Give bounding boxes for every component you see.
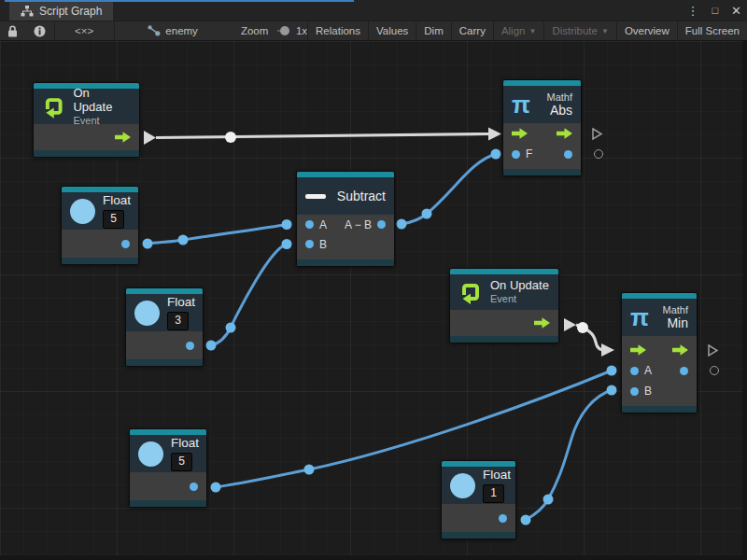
node-header: On Update Event xyxy=(450,274,558,310)
value-output-port[interactable] xyxy=(564,150,572,159)
node-subtitle: Event xyxy=(490,293,549,305)
graph-tab-icon xyxy=(21,6,34,17)
value-output-port[interactable] xyxy=(680,367,688,375)
close-icon[interactable]: ✕ xyxy=(731,4,741,18)
flow-output-port[interactable] xyxy=(115,132,131,143)
value-output-port[interactable] xyxy=(121,240,130,248)
flow-output-port[interactable] xyxy=(672,344,688,356)
node-title: On Update xyxy=(73,87,131,115)
node-title: Float xyxy=(171,436,199,451)
dim-button[interactable]: Dim xyxy=(416,21,450,41)
node-footer xyxy=(450,336,558,343)
window-frame-right xyxy=(742,41,747,560)
node-mathf-min[interactable]: π Mathf Min A B xyxy=(621,292,698,413)
port-label-b: B xyxy=(319,238,327,251)
chevron-down-icon: ▼ xyxy=(529,27,536,35)
graph-breadcrumb[interactable]: enemy xyxy=(140,21,205,41)
node-float-5-bottom[interactable]: Float 5 xyxy=(129,428,207,508)
port-label-b: B xyxy=(644,385,652,398)
node-title: Subtract xyxy=(337,189,386,203)
node-title: On Update xyxy=(490,279,549,293)
node-header: π Mathf Abs xyxy=(503,86,581,123)
node-header: Subtract xyxy=(297,177,394,215)
loop-event-icon xyxy=(42,94,65,119)
node-footer xyxy=(622,406,697,413)
port-label-a: A xyxy=(319,218,327,231)
node-title: Float xyxy=(167,295,195,310)
maximize-icon[interactable]: □ xyxy=(712,5,718,16)
node-title: Float xyxy=(103,193,131,208)
node-header: Float 5 xyxy=(130,435,206,472)
node-header: On Update Event xyxy=(34,89,139,124)
node-float-1[interactable]: Float 1 xyxy=(441,460,516,539)
value-output-port[interactable] xyxy=(499,514,507,523)
float-value-field[interactable]: 1 xyxy=(483,484,504,503)
tab-script-graph[interactable]: Script Graph xyxy=(9,2,113,21)
node-footer xyxy=(126,359,203,366)
node-header: Float 3 xyxy=(126,294,203,331)
node-supertitle: Mathf xyxy=(546,91,572,104)
node-float-5-top[interactable]: Float 5 xyxy=(61,186,139,265)
zoom-slider-knob[interactable] xyxy=(280,26,289,35)
node-header: π Mathf Min xyxy=(622,299,697,336)
graph-node-icon xyxy=(148,25,161,36)
values-button[interactable]: Values xyxy=(369,21,416,41)
float-icon xyxy=(70,199,95,224)
graph-name: enemy xyxy=(165,25,198,36)
overview-button[interactable]: Overview xyxy=(617,21,677,41)
node-on-update-1[interactable]: On Update Event xyxy=(33,82,140,158)
pi-icon: π xyxy=(630,305,649,329)
info-icon[interactable] xyxy=(25,21,54,41)
flow-input-port[interactable] xyxy=(512,128,528,139)
node-float-3[interactable]: Float 3 xyxy=(125,287,204,367)
unconnected-value-indicator xyxy=(710,366,719,375)
value-output-port[interactable] xyxy=(186,342,194,350)
chevron-down-icon: ▼ xyxy=(601,27,609,35)
float-value-field[interactable]: 5 xyxy=(103,210,124,229)
port-label-f: F xyxy=(526,147,532,161)
zoom-slider[interactable] xyxy=(277,30,286,32)
node-on-update-2[interactable]: On Update Event xyxy=(449,268,559,343)
fullscreen-button[interactable]: Full Screen xyxy=(678,21,747,41)
value-input-port-a[interactable] xyxy=(305,220,314,229)
lock-icon[interactable] xyxy=(0,21,25,41)
unconnected-flow-indicator xyxy=(591,127,603,141)
float-value-field[interactable]: 3 xyxy=(167,312,189,330)
flow-output-port[interactable] xyxy=(534,317,550,329)
unconnected-value-indicator xyxy=(594,149,603,159)
port-label-a-minus-b: A − B xyxy=(345,218,372,231)
node-footer xyxy=(442,532,515,539)
node-footer xyxy=(34,150,139,157)
loop-event-icon xyxy=(458,280,483,304)
float-icon xyxy=(450,473,475,498)
toolbar-buttons: Relations Values Dim Carry Align▼ Distri… xyxy=(307,21,747,41)
carry-button[interactable]: Carry xyxy=(452,21,493,41)
kebab-menu-icon[interactable]: ⋮ xyxy=(686,4,698,18)
node-footer xyxy=(297,259,394,266)
node-title: Min xyxy=(662,315,688,330)
float-icon xyxy=(138,441,163,467)
float-icon xyxy=(134,301,160,326)
relations-button[interactable]: Relations xyxy=(308,21,368,41)
float-value-field[interactable]: 5 xyxy=(171,453,192,471)
node-title: Abs xyxy=(546,103,572,118)
node-mathf-abs[interactable]: π Mathf Abs F xyxy=(502,79,582,176)
value-input-port-b[interactable] xyxy=(630,387,639,396)
pi-icon: π xyxy=(512,92,530,117)
value-input-port-a[interactable] xyxy=(630,367,639,375)
node-footer xyxy=(503,169,581,175)
value-input-port-b[interactable] xyxy=(305,240,314,248)
node-supertitle: Mathf xyxy=(662,304,688,316)
node-subtract[interactable]: Subtract A A − B B xyxy=(296,171,395,267)
flow-input-port[interactable] xyxy=(630,344,646,356)
node-footer xyxy=(130,500,206,507)
value-output-port[interactable] xyxy=(377,220,386,229)
node-title: Float xyxy=(483,468,511,483)
port-label-a: A xyxy=(644,364,652,377)
value-input-port[interactable] xyxy=(512,150,520,159)
edit-script-icon[interactable]: <×> xyxy=(54,21,114,41)
title-bar: Script Graph ⋮ □ ✕ xyxy=(0,0,747,21)
value-output-port[interactable] xyxy=(190,483,198,491)
flow-output-port[interactable] xyxy=(557,128,572,139)
window-frame-bottom xyxy=(0,555,747,560)
